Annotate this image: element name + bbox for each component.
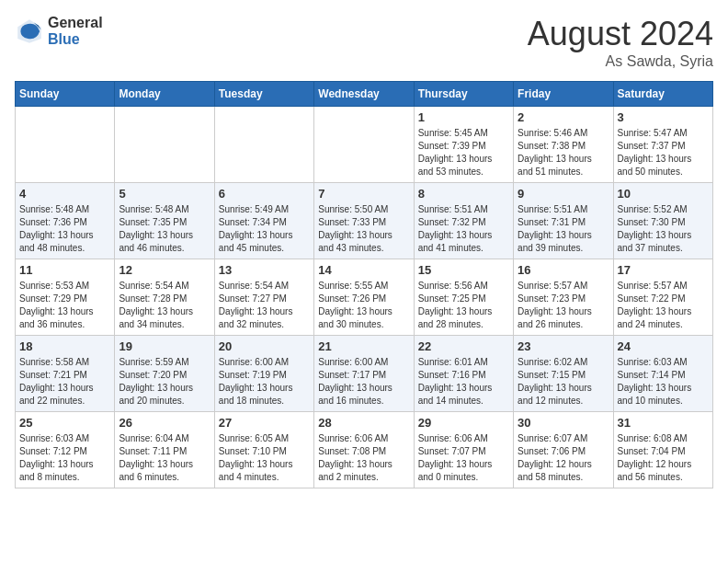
logo-text: General Blue <box>48 15 103 48</box>
header-saturday: Saturday <box>613 82 712 107</box>
header-sunday: Sunday <box>16 82 115 107</box>
day-info: Sunrise: 6:02 AM Sunset: 7:15 PM Dayligh… <box>518 356 609 408</box>
day-number: 8 <box>418 187 509 201</box>
logo: General Blue <box>15 15 103 48</box>
day-info: Sunrise: 6:06 AM Sunset: 7:08 PM Dayligh… <box>318 432 409 484</box>
logo-icon <box>15 17 44 46</box>
day-info: Sunrise: 6:08 AM Sunset: 7:04 PM Dayligh… <box>618 432 709 484</box>
day-number: 29 <box>418 416 509 430</box>
day-info: Sunrise: 6:04 AM Sunset: 7:11 PM Dayligh… <box>119 432 210 484</box>
table-row: 10Sunrise: 5:52 AM Sunset: 7:30 PM Dayli… <box>613 183 712 259</box>
day-info: Sunrise: 5:59 AM Sunset: 7:20 PM Dayligh… <box>119 356 210 408</box>
location: As Sawda, Syria <box>528 53 713 70</box>
table-row: 2Sunrise: 5:46 AM Sunset: 7:38 PM Daylig… <box>514 107 613 183</box>
table-row: 30Sunrise: 6:07 AM Sunset: 7:06 PM Dayli… <box>514 412 613 488</box>
table-row <box>214 107 313 183</box>
header-monday: Monday <box>115 82 214 107</box>
day-number: 19 <box>119 339 210 353</box>
day-number: 21 <box>318 339 409 353</box>
day-number: 12 <box>119 263 210 277</box>
table-row: 18Sunrise: 5:58 AM Sunset: 7:21 PM Dayli… <box>16 336 115 412</box>
table-row: 7Sunrise: 5:50 AM Sunset: 7:33 PM Daylig… <box>314 183 414 259</box>
header-thursday: Thursday <box>414 82 513 107</box>
day-number: 24 <box>618 339 709 353</box>
day-info: Sunrise: 6:01 AM Sunset: 7:16 PM Dayligh… <box>418 356 509 408</box>
header-wednesday: Wednesday <box>314 82 414 107</box>
table-row: 19Sunrise: 5:59 AM Sunset: 7:20 PM Dayli… <box>115 336 214 412</box>
day-info: Sunrise: 5:58 AM Sunset: 7:21 PM Dayligh… <box>19 356 110 408</box>
table-row: 4Sunrise: 5:48 AM Sunset: 7:36 PM Daylig… <box>16 183 115 259</box>
day-number: 10 <box>618 187 709 201</box>
calendar-week-row: 1Sunrise: 5:45 AM Sunset: 7:39 PM Daylig… <box>16 107 713 183</box>
table-row: 17Sunrise: 5:57 AM Sunset: 7:22 PM Dayli… <box>613 259 712 336</box>
table-row: 8Sunrise: 5:51 AM Sunset: 7:32 PM Daylig… <box>414 183 513 259</box>
day-info: Sunrise: 6:03 AM Sunset: 7:14 PM Dayligh… <box>618 356 709 408</box>
day-info: Sunrise: 5:56 AM Sunset: 7:25 PM Dayligh… <box>418 280 509 331</box>
day-info: Sunrise: 6:00 AM Sunset: 7:19 PM Dayligh… <box>219 356 310 408</box>
day-info: Sunrise: 5:57 AM Sunset: 7:23 PM Dayligh… <box>518 280 609 331</box>
day-info: Sunrise: 5:52 AM Sunset: 7:30 PM Dayligh… <box>618 203 709 255</box>
day-info: Sunrise: 5:47 AM Sunset: 7:37 PM Dayligh… <box>618 127 709 178</box>
header-tuesday: Tuesday <box>214 82 313 107</box>
header-friday: Friday <box>514 82 613 107</box>
day-number: 27 <box>219 416 310 430</box>
calendar-week-row: 11Sunrise: 5:53 AM Sunset: 7:29 PM Dayli… <box>16 259 713 336</box>
day-number: 28 <box>318 416 409 430</box>
month-year: August 2024 <box>528 15 713 53</box>
day-number: 20 <box>219 339 310 353</box>
day-number: 4 <box>19 187 110 201</box>
title-area: August 2024 As Sawda, Syria <box>528 15 713 70</box>
table-row: 12Sunrise: 5:54 AM Sunset: 7:28 PM Dayli… <box>115 259 214 336</box>
table-row: 27Sunrise: 6:05 AM Sunset: 7:10 PM Dayli… <box>214 412 313 488</box>
table-row <box>314 107 414 183</box>
table-row: 1Sunrise: 5:45 AM Sunset: 7:39 PM Daylig… <box>414 107 513 183</box>
day-info: Sunrise: 5:53 AM Sunset: 7:29 PM Dayligh… <box>19 280 110 331</box>
day-number: 3 <box>618 110 709 124</box>
table-row: 23Sunrise: 6:02 AM Sunset: 7:15 PM Dayli… <box>514 336 613 412</box>
table-row: 29Sunrise: 6:06 AM Sunset: 7:07 PM Dayli… <box>414 412 513 488</box>
day-number: 16 <box>518 263 609 277</box>
table-row: 22Sunrise: 6:01 AM Sunset: 7:16 PM Dayli… <box>414 336 513 412</box>
table-row <box>16 107 115 183</box>
table-row: 11Sunrise: 5:53 AM Sunset: 7:29 PM Dayli… <box>16 259 115 336</box>
weekday-header-row: Sunday Monday Tuesday Wednesday Thursday… <box>16 82 713 107</box>
table-row: 15Sunrise: 5:56 AM Sunset: 7:25 PM Dayli… <box>414 259 513 336</box>
day-info: Sunrise: 6:00 AM Sunset: 7:17 PM Dayligh… <box>318 356 409 408</box>
day-number: 7 <box>318 187 409 201</box>
day-info: Sunrise: 5:55 AM Sunset: 7:26 PM Dayligh… <box>318 280 409 331</box>
day-number: 5 <box>119 187 210 201</box>
day-number: 25 <box>19 416 110 430</box>
day-number: 15 <box>418 263 509 277</box>
calendar-week-row: 4Sunrise: 5:48 AM Sunset: 7:36 PM Daylig… <box>16 183 713 259</box>
table-row: 5Sunrise: 5:48 AM Sunset: 7:35 PM Daylig… <box>115 183 214 259</box>
day-info: Sunrise: 6:05 AM Sunset: 7:10 PM Dayligh… <box>219 432 310 484</box>
table-row: 6Sunrise: 5:49 AM Sunset: 7:34 PM Daylig… <box>214 183 313 259</box>
table-row: 13Sunrise: 5:54 AM Sunset: 7:27 PM Dayli… <box>214 259 313 336</box>
day-number: 17 <box>618 263 709 277</box>
day-number: 2 <box>518 110 609 124</box>
day-number: 13 <box>219 263 310 277</box>
day-number: 14 <box>318 263 409 277</box>
day-number: 31 <box>618 416 709 430</box>
table-row: 25Sunrise: 6:03 AM Sunset: 7:12 PM Dayli… <box>16 412 115 488</box>
table-row: 28Sunrise: 6:06 AM Sunset: 7:08 PM Dayli… <box>314 412 414 488</box>
table-row: 24Sunrise: 6:03 AM Sunset: 7:14 PM Dayli… <box>613 336 712 412</box>
day-info: Sunrise: 5:49 AM Sunset: 7:34 PM Dayligh… <box>219 203 310 255</box>
day-info: Sunrise: 5:57 AM Sunset: 7:22 PM Dayligh… <box>618 280 709 331</box>
day-info: Sunrise: 6:03 AM Sunset: 7:12 PM Dayligh… <box>19 432 110 484</box>
table-row: 20Sunrise: 6:00 AM Sunset: 7:19 PM Dayli… <box>214 336 313 412</box>
day-info: Sunrise: 5:48 AM Sunset: 7:35 PM Dayligh… <box>119 203 210 255</box>
day-number: 11 <box>19 263 110 277</box>
table-row: 26Sunrise: 6:04 AM Sunset: 7:11 PM Dayli… <box>115 412 214 488</box>
day-number: 30 <box>518 416 609 430</box>
day-number: 9 <box>518 187 609 201</box>
table-row: 14Sunrise: 5:55 AM Sunset: 7:26 PM Dayli… <box>314 259 414 336</box>
calendar-table: Sunday Monday Tuesday Wednesday Thursday… <box>15 81 713 488</box>
day-info: Sunrise: 5:45 AM Sunset: 7:39 PM Dayligh… <box>418 127 509 178</box>
day-info: Sunrise: 5:51 AM Sunset: 7:32 PM Dayligh… <box>418 203 509 255</box>
day-number: 1 <box>418 110 509 124</box>
table-row: 9Sunrise: 5:51 AM Sunset: 7:31 PM Daylig… <box>514 183 613 259</box>
page-header: General Blue August 2024 As Sawda, Syria <box>15 15 713 70</box>
day-number: 26 <box>119 416 210 430</box>
day-info: Sunrise: 5:51 AM Sunset: 7:31 PM Dayligh… <box>518 203 609 255</box>
